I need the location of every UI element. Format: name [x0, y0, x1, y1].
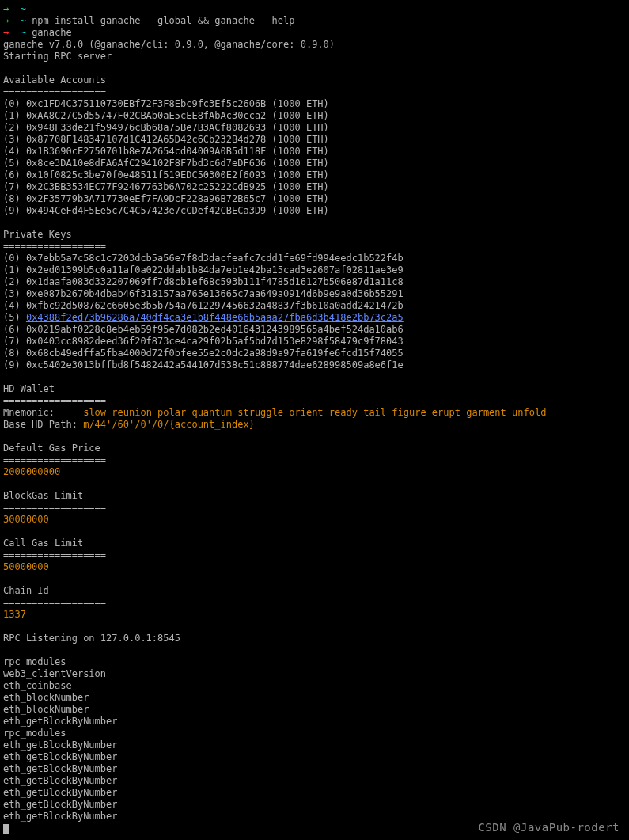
terminal-line [3, 621, 626, 633]
section-value: 30000000 [3, 514, 49, 525]
terminal-line [3, 217, 626, 229]
terminal-line: (8) 0x68cb49edffa5fba4000d72f0bfee55e2c0… [3, 348, 626, 359]
terminal-line: ================== [3, 597, 626, 609]
terminal-line: Private Keys [3, 229, 626, 241]
terminal-line [3, 644, 626, 656]
terminal-line: (5) 0x4388f2ed73b96286a740df4ca3e1b8f448… [3, 312, 626, 324]
terminal-line: Mnemonic: slow reunion polar quantum str… [3, 407, 626, 419]
terminal-line: (2) 0x1daafa083d332207069ff7d8cb1ef68c59… [3, 276, 626, 288]
terminal-line [3, 371, 626, 383]
base-path-value: m/44'/60'/0'/0/{account_index} [83, 419, 255, 430]
terminal-line: eth_getBlockByNumber [3, 787, 626, 799]
prompt-arrow: → [3, 15, 9, 26]
terminal-line: (7) 0x2C3BB3534EC77F92467763b6A702c25222… [3, 181, 626, 193]
terminal-line: ganache v7.8.0 (@ganache/cli: 0.9.0, @ga… [3, 39, 626, 51]
terminal-line: → ~ npm install ganache --global && gana… [3, 15, 626, 27]
terminal-line: ================== [3, 86, 626, 98]
prompt-tilde: ~ [21, 15, 26, 26]
terminal-line: (0) 0xc1FD4C375110730EBf72F3F8Ebc9fc3Ef5… [3, 98, 626, 110]
terminal-line: ================== [3, 549, 626, 561]
terminal-line: eth_getBlockByNumber [3, 763, 626, 775]
terminal-line: (3) 0xe087b2670b4dbab46f318157aa765e1366… [3, 288, 626, 300]
terminal-line: RPC Listening on 127.0.0.1:8545 [3, 633, 626, 644]
terminal-output[interactable]: → ~→ ~ npm install ganache --global && g… [3, 3, 626, 834]
terminal-line: (3) 0x87708F148347107d1C412A65D42c6Cb232… [3, 134, 626, 146]
terminal-line: (4) 0x1B3690cE2750701b8e7A2654cd04009A0B… [3, 146, 626, 158]
terminal-line: eth_getBlockByNumber [3, 775, 626, 787]
prompt-tilde: ~ [21, 3, 26, 14]
terminal-line: (7) 0x0403cc8982deed36f20f873ce4ca29f02b… [3, 336, 626, 348]
terminal-line: (2) 0x948F33de21f594976cBb68a75Be7B3ACf8… [3, 122, 626, 134]
terminal-line: → ~ [3, 3, 626, 15]
terminal-line: ================== [3, 454, 626, 466]
terminal-line: Call Gas Limit [3, 538, 626, 549]
terminal-line: 50000000 [3, 561, 626, 573]
mnemonic-value: slow reunion polar quantum struggle orie… [83, 407, 546, 418]
terminal-line: eth_blockNumber [3, 692, 626, 704]
terminal-line [3, 478, 626, 490]
prompt-arrow: → [3, 27, 9, 38]
section-value: 50000000 [3, 561, 49, 572]
terminal-line: eth_coinbase [3, 680, 626, 692]
terminal-line [3, 431, 626, 443]
terminal-line: (1) 0x2ed01399b5c0a11af0a022ddab1b84da7e… [3, 264, 626, 276]
terminal-line: ================== [3, 395, 626, 407]
terminal-line: rpc_modules [3, 728, 626, 739]
terminal-line: (4) 0xfbc92d508762c6605e3b5b754a76122974… [3, 300, 626, 312]
terminal-line: Starting RPC server [3, 51, 626, 63]
terminal-line: (8) 0x2F35779b3A717730eEf7FA9DcF228a96B7… [3, 193, 626, 205]
terminal-line: ================== [3, 241, 626, 253]
cursor-icon [3, 824, 9, 834]
terminal-line: (6) 0x10f0825c3be70f0e48511f519EDC50300E… [3, 169, 626, 181]
terminal-line: eth_getBlockByNumber [3, 716, 626, 728]
terminal-line: Default Gas Price [3, 443, 626, 454]
terminal-line: eth_blockNumber [3, 704, 626, 716]
terminal-line [3, 526, 626, 538]
terminal-line: (6) 0x0219abf0228c8eb4eb59f95e7d082b2ed4… [3, 324, 626, 336]
terminal-line: Base HD Path: m/44'/60'/0'/0/{account_in… [3, 419, 626, 431]
terminal-line: 30000000 [3, 514, 626, 526]
terminal-line [3, 573, 626, 585]
terminal-line: (9) 0xc5402e3013bffbd8f5482442a544107d53… [3, 359, 626, 371]
section-value: 2000000000 [3, 466, 60, 477]
terminal-line [3, 63, 626, 74]
terminal-line: (1) 0xAA8C27C5d55747F02CBAb0aE5cEE8fAbAc… [3, 110, 626, 122]
terminal-line: BlockGas Limit [3, 490, 626, 502]
terminal-line: eth_getBlockByNumber [3, 799, 626, 811]
section-value: 1337 [3, 609, 26, 620]
terminal-line: → ~ ganache [3, 27, 626, 39]
terminal-line: 2000000000 [3, 466, 626, 478]
terminal-line: (0) 0x7ebb5a7c58c1c7203dcb5a56e7f8d3dacf… [3, 253, 626, 264]
private-key-link[interactable]: 0x4388f2ed73b96286a740df4ca3e1b8f448e66b… [26, 312, 404, 323]
terminal-line: rpc_modules [3, 656, 626, 668]
terminal-line: eth_getBlockByNumber [3, 739, 626, 751]
prompt-arrow: → [3, 3, 9, 14]
terminal-line: eth_getBlockByNumber [3, 751, 626, 763]
watermark: CSDN @JavaPub-rodert [478, 822, 620, 834]
terminal-line: Available Accounts [3, 74, 626, 86]
terminal-line: 1337 [3, 609, 626, 621]
prompt-tilde: ~ [21, 27, 26, 38]
terminal-line: (9) 0x494CeFd4F5Ee5c7C4C57423e7cCDef42CB… [3, 205, 626, 217]
terminal-line: ================== [3, 502, 626, 514]
terminal-line: Chain Id [3, 585, 626, 597]
terminal-line: (5) 0x8ce3DA10e8dFA6AfC294102F8F7bd3c6d7… [3, 158, 626, 169]
terminal-line: HD Wallet [3, 383, 626, 395]
terminal-line: web3_clientVersion [3, 668, 626, 680]
